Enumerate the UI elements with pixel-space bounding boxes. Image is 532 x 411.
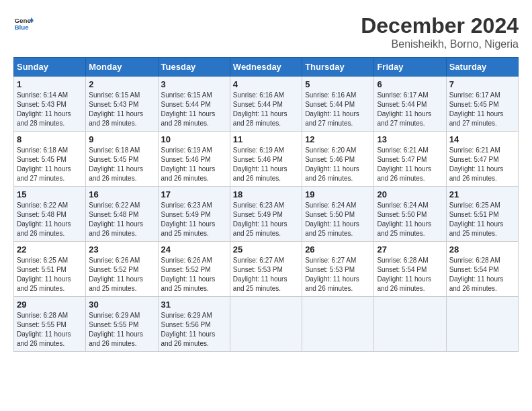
table-row: 5 Sunrise: 6:16 AM Sunset: 5:44 PM Dayli…: [302, 77, 374, 132]
day-info: Sunrise: 6:23 AM Sunset: 5:49 PM Dayligh…: [161, 201, 227, 238]
day-number: 20: [377, 189, 443, 199]
day-info: Sunrise: 6:28 AM Sunset: 5:54 PM Dayligh…: [377, 256, 443, 293]
table-row: 16 Sunrise: 6:22 AM Sunset: 5:48 PM Dayl…: [86, 187, 158, 242]
day-info: Sunrise: 6:15 AM Sunset: 5:44 PM Dayligh…: [161, 91, 227, 128]
table-row: 10 Sunrise: 6:19 AM Sunset: 5:46 PM Dayl…: [158, 132, 230, 187]
day-info: Sunrise: 6:15 AM Sunset: 5:43 PM Dayligh…: [89, 91, 154, 128]
day-info: Sunrise: 6:29 AM Sunset: 5:56 PM Dayligh…: [161, 311, 227, 349]
day-info: Sunrise: 6:19 AM Sunset: 5:46 PM Dayligh…: [161, 146, 227, 183]
table-row: 24 Sunrise: 6:26 AM Sunset: 5:52 PM Dayl…: [158, 242, 230, 297]
location: Benisheikh, Borno, Nigeria: [361, 38, 519, 50]
col-thursday: Thursday: [302, 58, 374, 77]
table-row: 12 Sunrise: 6:20 AM Sunset: 5:46 PM Dayl…: [302, 132, 374, 187]
table-row: 4 Sunrise: 6:16 AM Sunset: 5:44 PM Dayli…: [230, 77, 302, 132]
day-number: 24: [161, 244, 227, 255]
day-number: 22: [17, 244, 83, 255]
day-info: Sunrise: 6:26 AM Sunset: 5:52 PM Dayligh…: [161, 256, 227, 293]
day-number: 6: [377, 79, 443, 89]
day-number: 15: [17, 189, 83, 199]
day-info: Sunrise: 6:25 AM Sunset: 5:51 PM Dayligh…: [449, 201, 515, 238]
table-row: 9 Sunrise: 6:18 AM Sunset: 5:45 PM Dayli…: [86, 132, 158, 187]
day-info: Sunrise: 6:27 AM Sunset: 5:53 PM Dayligh…: [233, 256, 299, 293]
table-row: 14 Sunrise: 6:21 AM Sunset: 5:47 PM Dayl…: [446, 132, 518, 187]
day-info: Sunrise: 6:23 AM Sunset: 5:49 PM Dayligh…: [233, 201, 299, 238]
day-number: 31: [161, 300, 227, 310]
day-info: Sunrise: 6:21 AM Sunset: 5:47 PM Dayligh…: [377, 146, 443, 183]
table-row: [230, 297, 302, 352]
day-info: Sunrise: 6:19 AM Sunset: 5:46 PM Dayligh…: [233, 146, 299, 183]
day-info: Sunrise: 6:22 AM Sunset: 5:48 PM Dayligh…: [17, 201, 83, 238]
day-info: Sunrise: 6:17 AM Sunset: 5:44 PM Dayligh…: [377, 91, 443, 128]
calendar-header: Sunday Monday Tuesday Wednesday Thursday…: [14, 58, 519, 77]
logo-icon: General Blue: [13, 13, 34, 34]
col-wednesday: Wednesday: [230, 58, 302, 77]
day-info: Sunrise: 6:20 AM Sunset: 5:46 PM Dayligh…: [305, 146, 371, 183]
table-row: 19 Sunrise: 6:24 AM Sunset: 5:50 PM Dayl…: [302, 187, 374, 242]
table-row: 26 Sunrise: 6:27 AM Sunset: 5:53 PM Dayl…: [302, 242, 374, 297]
day-number: 11: [233, 134, 299, 144]
day-number: 17: [161, 189, 227, 199]
table-row: 7 Sunrise: 6:17 AM Sunset: 5:45 PM Dayli…: [446, 77, 518, 132]
col-tuesday: Tuesday: [158, 58, 230, 77]
table-row: 23 Sunrise: 6:26 AM Sunset: 5:52 PM Dayl…: [86, 242, 158, 297]
table-row: 29 Sunrise: 6:28 AM Sunset: 5:55 PM Dayl…: [14, 297, 86, 352]
day-info: Sunrise: 6:18 AM Sunset: 5:45 PM Dayligh…: [17, 146, 83, 183]
day-info: Sunrise: 6:28 AM Sunset: 5:55 PM Dayligh…: [17, 311, 83, 349]
table-row: 20 Sunrise: 6:24 AM Sunset: 5:50 PM Dayl…: [374, 187, 446, 242]
day-number: 9: [89, 134, 154, 144]
table-row: [302, 297, 374, 352]
day-number: 14: [449, 134, 515, 144]
day-info: Sunrise: 6:14 AM Sunset: 5:43 PM Dayligh…: [17, 91, 83, 128]
month-year: December 2024: [361, 13, 519, 38]
table-row: 2 Sunrise: 6:15 AM Sunset: 5:43 PM Dayli…: [86, 77, 158, 132]
col-sunday: Sunday: [14, 58, 86, 77]
day-number: 12: [305, 134, 371, 144]
day-number: 5: [305, 79, 371, 89]
day-info: Sunrise: 6:24 AM Sunset: 5:50 PM Dayligh…: [377, 201, 443, 238]
day-number: 7: [449, 79, 515, 89]
day-info: Sunrise: 6:27 AM Sunset: 5:53 PM Dayligh…: [305, 256, 371, 293]
table-row: 3 Sunrise: 6:15 AM Sunset: 5:44 PM Dayli…: [158, 77, 230, 132]
day-info: Sunrise: 6:16 AM Sunset: 5:44 PM Dayligh…: [305, 91, 371, 128]
day-number: 21: [449, 189, 515, 199]
day-info: Sunrise: 6:17 AM Sunset: 5:45 PM Dayligh…: [449, 91, 515, 128]
day-info: Sunrise: 6:18 AM Sunset: 5:45 PM Dayligh…: [89, 146, 154, 183]
day-number: 10: [161, 134, 227, 144]
table-row: [374, 297, 446, 352]
col-saturday: Saturday: [446, 58, 518, 77]
day-number: 28: [449, 244, 515, 255]
table-row: 25 Sunrise: 6:27 AM Sunset: 5:53 PM Dayl…: [230, 242, 302, 297]
title-block: December 2024 Benisheikh, Borno, Nigeria: [361, 13, 519, 50]
day-number: 3: [161, 79, 227, 89]
svg-text:Blue: Blue: [15, 24, 30, 31]
day-info: Sunrise: 6:22 AM Sunset: 5:48 PM Dayligh…: [89, 201, 154, 238]
table-row: 11 Sunrise: 6:19 AM Sunset: 5:46 PM Dayl…: [230, 132, 302, 187]
day-info: Sunrise: 6:25 AM Sunset: 5:51 PM Dayligh…: [17, 256, 83, 293]
calendar-body: 1 Sunrise: 6:14 AM Sunset: 5:43 PM Dayli…: [14, 77, 519, 352]
day-number: 26: [305, 244, 371, 255]
day-number: 30: [89, 300, 154, 310]
logo: General Blue: [13, 13, 34, 34]
table-row: 13 Sunrise: 6:21 AM Sunset: 5:47 PM Dayl…: [374, 132, 446, 187]
col-monday: Monday: [86, 58, 158, 77]
day-number: 1: [17, 79, 83, 89]
page-header: General Blue December 2024 Benisheikh, B…: [13, 13, 519, 50]
day-number: 29: [17, 300, 83, 310]
day-info: Sunrise: 6:24 AM Sunset: 5:50 PM Dayligh…: [305, 201, 371, 238]
table-row: 31 Sunrise: 6:29 AM Sunset: 5:56 PM Dayl…: [158, 297, 230, 352]
day-number: 8: [17, 134, 83, 144]
day-info: Sunrise: 6:16 AM Sunset: 5:44 PM Dayligh…: [233, 91, 299, 128]
col-friday: Friday: [374, 58, 446, 77]
table-row: 28 Sunrise: 6:28 AM Sunset: 5:54 PM Dayl…: [446, 242, 518, 297]
day-number: 27: [377, 244, 443, 255]
calendar-table: Sunday Monday Tuesday Wednesday Thursday…: [13, 57, 519, 352]
day-info: Sunrise: 6:26 AM Sunset: 5:52 PM Dayligh…: [89, 256, 154, 293]
day-number: 19: [305, 189, 371, 199]
table-row: 1 Sunrise: 6:14 AM Sunset: 5:43 PM Dayli…: [14, 77, 86, 132]
table-row: 21 Sunrise: 6:25 AM Sunset: 5:51 PM Dayl…: [446, 187, 518, 242]
day-number: 23: [89, 244, 154, 255]
day-number: 25: [233, 244, 299, 255]
table-row: 17 Sunrise: 6:23 AM Sunset: 5:49 PM Dayl…: [158, 187, 230, 242]
day-number: 13: [377, 134, 443, 144]
day-number: 2: [89, 79, 154, 89]
